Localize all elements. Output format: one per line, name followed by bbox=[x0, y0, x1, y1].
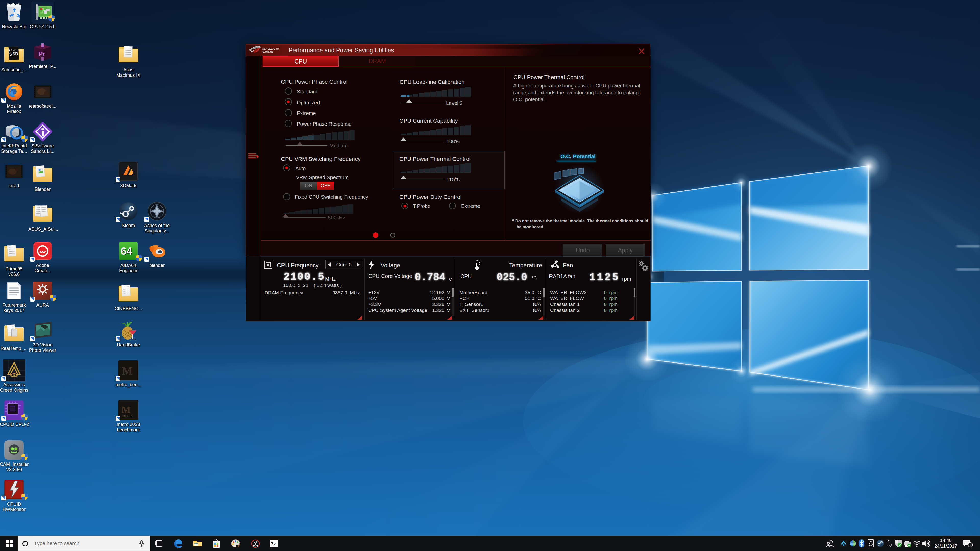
svg-text:7z: 7z bbox=[271, 541, 276, 546]
svg-text:M: M bbox=[122, 365, 133, 377]
svg-text:64: 64 bbox=[121, 245, 132, 257]
svg-text:METRO: METRO bbox=[123, 414, 133, 418]
svg-text:Pr: Pr bbox=[38, 50, 45, 58]
svg-text:M: M bbox=[121, 404, 130, 415]
svg-text:2: 2 bbox=[969, 543, 971, 547]
